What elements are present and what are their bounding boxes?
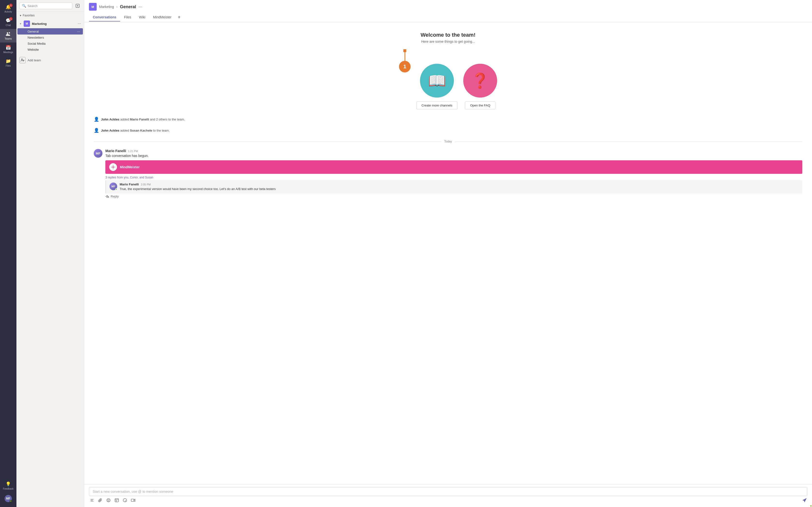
sidebar-header: 🔍 Search: [16, 0, 84, 12]
team-name-marketing: Marketing: [32, 22, 76, 25]
sticker-button[interactable]: [122, 498, 128, 504]
welcome-title: Welcome to the team!: [421, 32, 475, 38]
nav-user-avatar[interactable]: MF: [0, 493, 16, 505]
attach-button[interactable]: [97, 498, 103, 504]
search-box[interactable]: 🔍 Search: [19, 2, 72, 9]
activity-message-1: 👤 John Ackles added Mario Fanelli and 2 …: [94, 116, 802, 123]
reply-text: True, the experimental version would hav…: [120, 187, 276, 191]
channel-item-website[interactable]: Website: [16, 47, 84, 53]
date-divider-text: Today: [444, 140, 452, 143]
channel-item-social-media[interactable]: Social Media: [16, 41, 84, 47]
welcome-card-faq: ❓ Open the FAQ: [463, 64, 497, 109]
message-text-1: Tab conversation has begun.: [105, 154, 802, 158]
breadcrumb-arrow: ›: [116, 5, 117, 9]
svg-point-19: [109, 500, 109, 500]
message-header-1: Mario Fanelli 1:21 PM: [105, 149, 802, 153]
message-avatar-1: MF: [94, 149, 102, 158]
team-icon-marketing: M: [24, 20, 30, 27]
tab-mindmeister[interactable]: MindMeister: [149, 13, 175, 21]
breadcrumb: Marketing: [99, 5, 114, 9]
search-icon: 🔍: [22, 4, 26, 8]
favorites-header[interactable]: ▼ Favorites: [16, 12, 84, 19]
add-tab-button[interactable]: +: [175, 12, 183, 22]
message-input-area: Start a new conversation, use @ to menti…: [84, 484, 812, 507]
channels-illustration: 📖: [420, 64, 454, 98]
channel-options-button[interactable]: ···: [139, 4, 142, 9]
files-icon: 📁: [6, 58, 11, 64]
message-time-1: 1:21 PM: [128, 150, 138, 153]
files-label: Files: [6, 64, 11, 67]
welcome-cards: 📖 Create more channels ❓ Open the FAQ: [416, 64, 497, 109]
user-online-dot: [10, 500, 12, 502]
team-collapse-icon: ▼: [19, 22, 22, 25]
emoji-button[interactable]: [105, 498, 112, 504]
activity-text-2b: to the team.: [153, 129, 170, 132]
feedback-label: Feedback: [3, 488, 13, 490]
nav-item-meetings[interactable]: 📅 Meetings: [0, 43, 16, 56]
tabs-row: Conversations Files Wiki MindMeister +: [89, 12, 807, 22]
welcome-subtitle: Here are some things to get going...: [421, 40, 475, 44]
sidebar: 🔍 Search ▼ Favorites ▼ M Marketing ···: [16, 0, 84, 507]
message-input-box: Start a new conversation, use @ to menti…: [89, 487, 807, 496]
activity-added-user-1: Mario Fanelli: [130, 118, 149, 121]
activity-text-1: added: [120, 118, 130, 121]
giphy-button[interactable]: [114, 498, 120, 504]
tab-conversations[interactable]: Conversations: [89, 13, 120, 21]
message-content-1: Mario Fanelli 1:21 PM Tab conversation h…: [105, 149, 802, 200]
nav-item-chat[interactable]: 💬 1 Chat: [0, 15, 16, 29]
open-faq-button[interactable]: Open the FAQ: [465, 101, 495, 109]
meetings-label: Meetings: [3, 51, 13, 54]
mindmeister-icon: [109, 163, 117, 171]
video-button[interactable]: [130, 498, 136, 504]
welcome-card-channels: 📖 Create more channels: [416, 64, 457, 109]
channel-name-social-media: Social Media: [28, 42, 45, 45]
nav-item-feedback[interactable]: 💡 Feedback: [0, 479, 16, 493]
nav-item-files[interactable]: 📁 Files: [0, 56, 16, 69]
svg-point-5: [21, 59, 23, 60]
replies-count[interactable]: 3 replies from you, Conor, and Susan: [105, 176, 802, 179]
activity-user-2: John Ackles: [101, 129, 119, 132]
conversation-area: Welcome to the team! Here are some thing…: [84, 22, 812, 484]
activity-text-1b: and 2 others to the team.: [150, 118, 185, 121]
message-sender-1: Mario Fanelli: [105, 149, 126, 153]
reply-button[interactable]: Reply: [105, 193, 802, 200]
compose-button[interactable]: [74, 2, 81, 9]
create-channels-button[interactable]: Create more channels: [416, 101, 457, 109]
chevron-down-icon: ▼: [19, 14, 22, 17]
channel-name-general: General: [28, 30, 39, 33]
mindmeister-card[interactable]: MindMeister: [105, 160, 802, 174]
channel-item-general[interactable]: General ···: [17, 28, 83, 35]
activity-user-1: John Ackles: [101, 118, 119, 121]
chat-label: Chat: [6, 24, 11, 26]
activity-text-2: added: [120, 129, 130, 132]
svg-point-1: [9, 32, 10, 34]
format-text-button[interactable]: [89, 498, 95, 504]
nav-item-activity[interactable]: 🔔 1 Activity: [0, 2, 16, 15]
team-more-button[interactable]: ···: [78, 21, 81, 26]
channel-more-general[interactable]: ···: [77, 30, 80, 33]
teams-label: Teams: [5, 38, 12, 40]
faq-illustration: ❓: [463, 64, 497, 98]
tab-wiki[interactable]: Wiki: [135, 13, 149, 21]
svg-point-18: [108, 500, 108, 500]
svg-point-17: [107, 499, 110, 502]
step-number: 1: [399, 61, 411, 72]
tab-files[interactable]: Files: [120, 13, 135, 21]
activity-badge: 1: [9, 4, 12, 7]
reply-avatar: MF: [109, 182, 117, 190]
activity-added-user-2: Susan Kachele: [130, 129, 152, 132]
reply-time: 2:05 PM: [141, 183, 151, 186]
team-header-marketing[interactable]: ▼ M Marketing ···: [16, 19, 84, 28]
add-user-icon-1: 👤: [94, 117, 99, 122]
reply-avatar-dot: [115, 188, 117, 190]
channel-item-newsletters[interactable]: Newsletters: [16, 35, 84, 41]
activity-message-2: 👤 John Ackles added Susan Kachele to the…: [94, 127, 802, 134]
favorites-label: Favorites: [23, 14, 35, 17]
send-button[interactable]: [802, 498, 807, 504]
search-placeholder: Search: [28, 4, 38, 8]
add-team-button[interactable]: Add team: [16, 55, 84, 66]
channel-name-website: Website: [28, 48, 39, 51]
svg-rect-23: [131, 499, 134, 501]
nav-item-teams[interactable]: Teams: [0, 29, 16, 43]
message-input-placeholder[interactable]: Start a new conversation, use @ to menti…: [93, 490, 804, 494]
